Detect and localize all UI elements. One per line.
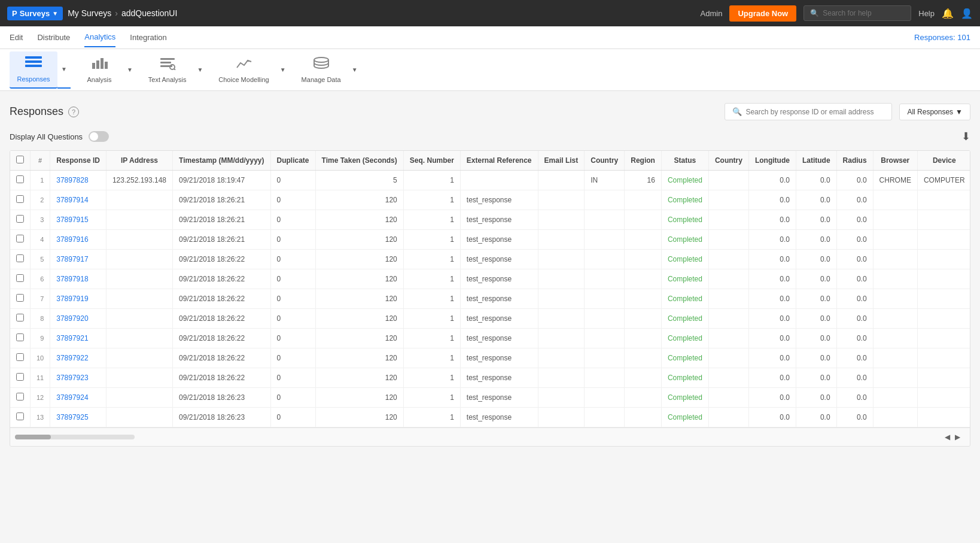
row-checkbox-cell[interactable] (10, 309, 31, 329)
response-id-link[interactable]: 37897922 (56, 354, 88, 362)
nav-analytics[interactable]: Analytics (84, 28, 115, 47)
toolbar-text-analysis[interactable]: Text Analysis (141, 52, 194, 88)
response-id-cell[interactable]: 37897919 (50, 289, 106, 309)
toolbar-choice-modelling[interactable]: Choice Modelling (211, 52, 276, 88)
response-id-cell[interactable]: 37897917 (50, 250, 106, 269)
response-id-link[interactable]: 37897915 (56, 216, 88, 224)
bell-icon[interactable]: 🔔 (942, 8, 954, 19)
upgrade-button[interactable]: Upgrade Now (729, 5, 796, 22)
response-id-cell[interactable]: 37897915 (50, 210, 106, 230)
response-id-link[interactable]: 37897923 (56, 374, 88, 382)
response-id-link[interactable]: 37897914 (56, 196, 88, 204)
choice-modelling-dropdown-icon[interactable]: ▼ (278, 62, 288, 78)
response-id-link[interactable]: 37897921 (56, 334, 88, 342)
nav-edit[interactable]: Edit (10, 28, 23, 47)
row-checkbox[interactable] (16, 314, 24, 321)
nav-integration[interactable]: Integration (130, 28, 166, 47)
toolbar-responses[interactable]: Responses (10, 51, 57, 89)
row-checkbox-cell[interactable] (10, 289, 31, 309)
col-duplicate[interactable]: Duplicate (270, 151, 315, 171)
select-all-checkbox[interactable] (16, 156, 24, 163)
response-id-link[interactable]: 37897919 (56, 295, 88, 303)
row-checkbox-cell[interactable] (10, 230, 31, 250)
response-id-link[interactable]: 37897920 (56, 314, 88, 323)
search-help-input[interactable] (823, 9, 906, 17)
response-id-link[interactable]: 37897925 (56, 413, 88, 421)
row-checkbox[interactable] (16, 195, 24, 203)
user-avatar[interactable]: 👤 (961, 8, 973, 19)
row-checkbox[interactable] (16, 175, 24, 183)
col-checkbox[interactable] (10, 151, 31, 171)
text-analysis-dropdown-icon[interactable]: ▼ (194, 62, 205, 78)
row-checkbox[interactable] (16, 412, 24, 420)
row-checkbox-cell[interactable] (10, 190, 31, 210)
col-time-taken[interactable]: Time Taken (Seconds) (315, 151, 403, 171)
toolbar-manage-data[interactable]: Manage Data (294, 52, 348, 88)
response-id-cell[interactable]: 37897916 (50, 230, 106, 250)
col-country2[interactable]: Country (708, 151, 748, 171)
row-checkbox-cell[interactable] (10, 171, 31, 190)
response-id-link[interactable]: 37897924 (56, 393, 88, 402)
response-id-cell[interactable]: 37897920 (50, 309, 106, 329)
row-checkbox[interactable] (16, 294, 24, 302)
search-bar[interactable]: 🔍 (725, 103, 892, 120)
row-checkbox-cell[interactable] (10, 329, 31, 348)
response-id-cell[interactable]: 37897922 (50, 348, 106, 368)
responses-dropdown-icon[interactable]: ▼ (59, 61, 69, 77)
breadcrumb-home[interactable]: My Surveys (68, 8, 111, 18)
col-timestamp[interactable]: Timestamp (MM/dd/yyyy) (173, 151, 270, 171)
response-id-link[interactable]: 37897828 (56, 176, 88, 184)
col-email-list[interactable]: Email List (538, 151, 585, 171)
response-id-cell[interactable]: 37897921 (50, 329, 106, 348)
response-id-cell[interactable]: 37897925 (50, 408, 106, 427)
row-checkbox-cell[interactable] (10, 408, 31, 427)
row-checkbox-cell[interactable] (10, 348, 31, 368)
row-checkbox[interactable] (16, 254, 24, 262)
manage-data-dropdown-icon[interactable]: ▼ (349, 62, 360, 78)
row-checkbox-cell[interactable] (10, 210, 31, 230)
display-all-toggle[interactable] (89, 131, 109, 142)
col-browser[interactable]: Browser (873, 151, 917, 171)
toolbar-analysis[interactable]: Analysis (75, 52, 123, 88)
row-checkbox[interactable] (16, 353, 24, 361)
col-longitude[interactable]: Longitude (748, 151, 796, 171)
col-response-id[interactable]: Response ID (50, 151, 106, 171)
col-status[interactable]: Status (661, 151, 708, 171)
response-id-cell[interactable]: 37897918 (50, 269, 106, 289)
app-logo[interactable]: P Surveys ▼ (7, 7, 63, 20)
col-ip[interactable]: IP Address (106, 151, 172, 171)
row-checkbox[interactable] (16, 373, 24, 381)
col-latitude[interactable]: Latitude (796, 151, 836, 171)
response-id-link[interactable]: 37897916 (56, 235, 88, 244)
col-device[interactable]: Device (917, 151, 970, 171)
row-checkbox[interactable] (16, 215, 24, 223)
row-checkbox-cell[interactable] (10, 269, 31, 289)
row-checkbox[interactable] (16, 393, 24, 401)
search-input[interactable] (745, 108, 884, 116)
col-seq[interactable]: Seq. Number (403, 151, 460, 171)
response-id-cell[interactable]: 37897923 (50, 368, 106, 388)
response-id-link[interactable]: 37897918 (56, 275, 88, 283)
col-country[interactable]: Country (585, 151, 625, 171)
responses-help-icon[interactable]: ? (68, 107, 79, 117)
help-label[interactable]: Help (918, 9, 935, 18)
analysis-dropdown-icon[interactable]: ▼ (124, 62, 135, 78)
response-id-link[interactable]: 37897917 (56, 255, 88, 263)
nav-distribute[interactable]: Distribute (37, 28, 70, 47)
all-responses-button[interactable]: All Responses ▼ (899, 104, 970, 120)
col-region[interactable]: Region (625, 151, 662, 171)
col-ext-ref[interactable]: External Reference (460, 151, 538, 171)
response-id-cell[interactable]: 37897914 (50, 190, 106, 210)
row-checkbox[interactable] (16, 235, 24, 242)
search-help-bar[interactable]: 🔍 (804, 5, 911, 21)
response-id-cell[interactable]: 37897924 (50, 388, 106, 408)
col-radius[interactable]: Radius (836, 151, 873, 171)
download-icon[interactable]: ⬇ (961, 130, 970, 143)
scroll-left-icon[interactable]: ◀ (942, 432, 952, 442)
row-checkbox-cell[interactable] (10, 388, 31, 408)
row-checkbox-cell[interactable] (10, 250, 31, 269)
scroll-right-icon[interactable]: ▶ (952, 432, 963, 442)
row-checkbox[interactable] (16, 274, 24, 282)
row-checkbox[interactable] (16, 333, 24, 341)
row-checkbox-cell[interactable] (10, 368, 31, 388)
